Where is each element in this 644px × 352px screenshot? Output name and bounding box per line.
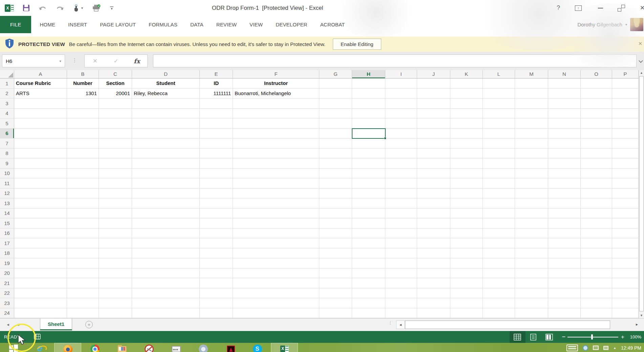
- cell-K3[interactable]: [450, 98, 483, 109]
- cell-B24[interactable]: [67, 308, 99, 318]
- cell-B13[interactable]: [67, 198, 99, 208]
- column-header-J[interactable]: J: [417, 70, 450, 79]
- formula-bar-expand-icon[interactable]: [639, 59, 643, 63]
- cell-K18[interactable]: [450, 248, 483, 259]
- cell-L19[interactable]: [483, 258, 515, 268]
- cell-O21[interactable]: [581, 278, 612, 288]
- cell-C16[interactable]: [99, 228, 132, 239]
- cell-M12[interactable]: [515, 189, 548, 199]
- cell-D4[interactable]: [132, 109, 200, 119]
- cell-P12[interactable]: [612, 189, 639, 199]
- cell-M24[interactable]: [515, 308, 548, 318]
- redo-button[interactable]: [56, 5, 64, 11]
- cell-N13[interactable]: [548, 198, 581, 208]
- cell-G10[interactable]: [319, 169, 352, 179]
- cell-P8[interactable]: [612, 149, 639, 159]
- cell-E22[interactable]: [200, 288, 233, 299]
- cell-C18[interactable]: [99, 248, 132, 259]
- cell-M18[interactable]: [515, 248, 548, 259]
- cell-O7[interactable]: [581, 138, 612, 149]
- row-header-10[interactable]: 10: [0, 169, 14, 179]
- cell-A18[interactable]: [14, 248, 67, 259]
- taskbar-app-adobe-reader[interactable]: [217, 343, 244, 352]
- cell-K4[interactable]: [450, 109, 483, 119]
- cell-F4[interactable]: [233, 109, 319, 119]
- cell-N23[interactable]: [548, 298, 581, 308]
- cell-N6[interactable]: [548, 129, 581, 139]
- cell-D22[interactable]: [132, 288, 200, 299]
- cell-M13[interactable]: [515, 198, 548, 208]
- cell-M1[interactable]: [515, 79, 548, 89]
- cell-P22[interactable]: [612, 288, 639, 299]
- sheet-tab-sheet1[interactable]: Sheet1: [40, 318, 72, 330]
- horizontal-scrollbar-thumb[interactable]: [405, 321, 610, 329]
- cell-F16[interactable]: [233, 228, 319, 239]
- cell-I12[interactable]: [385, 189, 417, 199]
- cell-M20[interactable]: [515, 268, 548, 279]
- cell-K1[interactable]: [450, 79, 483, 89]
- name-box-input[interactable]: [2, 58, 56, 64]
- cell-H21[interactable]: [352, 278, 385, 288]
- cell-C12[interactable]: [99, 189, 132, 199]
- cell-J1[interactable]: [417, 79, 450, 89]
- row-header-18[interactable]: 18: [0, 248, 14, 259]
- cell-N5[interactable]: [548, 118, 581, 129]
- cell-P2[interactable]: [612, 89, 639, 99]
- cell-O12[interactable]: [581, 189, 612, 199]
- cell-G2[interactable]: [319, 89, 352, 99]
- column-header-H[interactable]: H: [352, 70, 385, 79]
- cell-I16[interactable]: [385, 228, 417, 239]
- cell-F11[interactable]: [233, 178, 319, 189]
- cell-E2[interactable]: 1111111: [200, 89, 233, 99]
- cell-L21[interactable]: [483, 278, 515, 288]
- cell-I7[interactable]: [385, 138, 417, 149]
- cell-A15[interactable]: [14, 218, 67, 228]
- cell-C3[interactable]: [99, 98, 132, 109]
- cell-B21[interactable]: [67, 278, 99, 288]
- tray-app-icon[interactable]: [583, 345, 588, 351]
- cell-A11[interactable]: [14, 178, 67, 189]
- cell-M3[interactable]: [515, 98, 548, 109]
- cell-M4[interactable]: [515, 109, 548, 119]
- cell-I17[interactable]: [385, 238, 417, 248]
- cell-E23[interactable]: [200, 298, 233, 308]
- cell-O13[interactable]: [581, 198, 612, 208]
- taskbar-app-design-app[interactable]: [135, 343, 163, 352]
- zoom-level-label[interactable]: 100%: [628, 334, 641, 339]
- cell-N9[interactable]: [548, 158, 581, 169]
- cell-P7[interactable]: [612, 138, 639, 149]
- cell-K22[interactable]: [450, 288, 483, 299]
- cell-F19[interactable]: [233, 258, 319, 268]
- zoom-in-button[interactable]: +: [621, 334, 624, 340]
- cell-D23[interactable]: [132, 298, 200, 308]
- cell-I5[interactable]: [385, 118, 417, 129]
- cell-N22[interactable]: [548, 288, 581, 299]
- cell-J19[interactable]: [417, 258, 450, 268]
- cell-M8[interactable]: [515, 149, 548, 159]
- cell-H17[interactable]: [352, 238, 385, 248]
- ribbon-tab-developer[interactable]: DEVELOPER: [269, 16, 314, 33]
- cell-H1[interactable]: [352, 79, 385, 89]
- cell-N1[interactable]: [548, 79, 581, 89]
- cell-P16[interactable]: [612, 228, 639, 239]
- cell-O17[interactable]: [581, 238, 612, 248]
- cell-L13[interactable]: [483, 198, 515, 208]
- cell-C20[interactable]: [99, 268, 132, 279]
- cell-D17[interactable]: [132, 238, 200, 248]
- cell-P13[interactable]: [612, 198, 639, 208]
- cell-A21[interactable]: [14, 278, 67, 288]
- tab-splitter-grip-icon[interactable]: ⋮: [388, 322, 392, 324]
- row-header-2[interactable]: 2: [0, 89, 14, 99]
- cell-N10[interactable]: [548, 169, 581, 179]
- cell-N18[interactable]: [548, 248, 581, 259]
- cell-O22[interactable]: [581, 288, 612, 299]
- cell-C4[interactable]: [99, 109, 132, 119]
- cell-P15[interactable]: [612, 218, 639, 228]
- cell-A13[interactable]: [14, 198, 67, 208]
- cell-H18[interactable]: [352, 248, 385, 259]
- hscroll-right-icon[interactable]: ►: [632, 321, 641, 329]
- cell-D14[interactable]: [132, 208, 200, 219]
- taskbar-app-system-monitor[interactable]: [163, 343, 190, 352]
- cell-D21[interactable]: [132, 278, 200, 288]
- cell-E12[interactable]: [200, 189, 233, 199]
